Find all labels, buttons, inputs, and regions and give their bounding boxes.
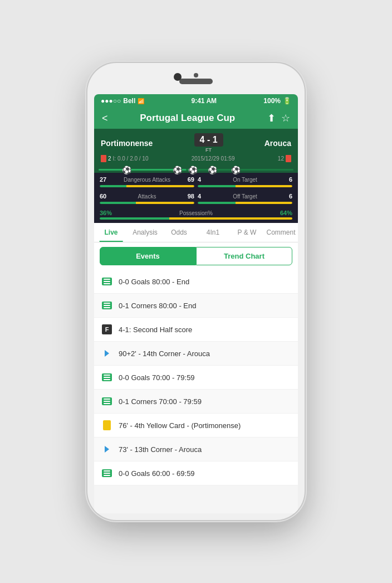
tab-analysis[interactable]: Analysis: [128, 223, 162, 242]
off-target-left: 4: [198, 193, 213, 200]
events-list: 0-0 Goals 80:00 - End 0-1 Corners 80:00 …: [94, 270, 298, 513]
home-team: Portimonense: [101, 139, 153, 148]
dangerous-attacks-label: Dangerous Attacks: [115, 177, 179, 183]
list-item: 0-1 Corners 70:00 - 79:59: [94, 390, 298, 414]
back-button[interactable]: <: [102, 113, 108, 124]
tab-bar: Live Analysis Odds 4In1 P & W Comment: [94, 223, 298, 242]
on-target-left: 4: [198, 176, 213, 183]
event-text: 4-1: Second Half score: [119, 325, 192, 334]
event-marker-4: ⚽: [208, 166, 217, 174]
event-marker-5: ⚽: [231, 166, 241, 174]
off-target-bar: [198, 202, 292, 204]
possession-right-pct: 64%: [280, 210, 292, 216]
event-text: 0-1 Corners 80:00 - End: [119, 302, 196, 310]
event-icon-flag: [101, 443, 113, 455]
event-icon-list: [101, 299, 113, 312]
list-icon: [102, 278, 112, 285]
screen: ●●●○○ Bell 📶 9:41 AM 100% 🔋 < Portugal L…: [94, 94, 298, 513]
list-item: 0-0 Goals 80:00 - End: [94, 270, 298, 294]
list-icon: [102, 469, 112, 477]
event-marker-1: ⚽: [122, 166, 131, 174]
battery-icon: 🔋: [283, 97, 291, 105]
attacks-label: Attacks: [115, 193, 179, 200]
home-odds-meta: I: 0.0 / 2.0 / 10: [113, 156, 149, 162]
event-marker-3: ⚽: [188, 166, 198, 174]
list-item: 0-0 Goals 60:00 - 69:59: [94, 461, 298, 485]
event-icon-list: [101, 371, 113, 383]
possession-bar: [100, 217, 292, 220]
time: 9:41 AM: [191, 97, 217, 105]
page-title: Portugal League Cup: [108, 113, 267, 124]
stat-row-offtarget: 4 Off Target 6: [198, 193, 292, 200]
away-team: Arouca: [264, 139, 291, 148]
event-marker-2: ⚽: [173, 166, 182, 174]
away-red-card-icon: [286, 155, 291, 162]
list-item: 0-1 Corners 80:00 - End: [94, 294, 298, 318]
event-icon-list: [101, 395, 113, 407]
event-icon-list: [101, 467, 113, 479]
home-cards: 2: [108, 156, 111, 162]
event-icon-flag: [101, 347, 113, 359]
match-date: 2015/12/29 01:59: [192, 156, 235, 162]
event-text: 76' - 4th Yellow Card - (Portimonense): [119, 421, 241, 430]
on-target-label: On Target: [213, 177, 277, 183]
match-meta: 2 I: 0.0 / 2.0 / 10 2015/12/29 01:59 12: [101, 155, 291, 162]
flag-icon: [105, 350, 109, 357]
tab-odds[interactable]: Odds: [162, 223, 196, 242]
home-red-card-icon: [101, 155, 106, 162]
list-icon: [102, 373, 112, 381]
phone-frame: ●●●○○ Bell 📶 9:41 AM 100% 🔋 < Portugal L…: [87, 63, 305, 520]
tab-live[interactable]: Live: [94, 223, 128, 242]
on-target-bar: [198, 185, 292, 187]
teams-row: Portimonense 4 - 1 FT Arouca: [101, 133, 291, 153]
stat-row-dangerous: 27 Dangerous Attacks 69: [100, 176, 194, 183]
share-icon[interactable]: ⬆: [267, 112, 276, 124]
event-icon-list: [101, 275, 113, 288]
event-icon-yellow: [101, 419, 113, 431]
carrier: Bell: [123, 97, 135, 105]
tab-pw[interactable]: P & W: [230, 223, 264, 242]
dangerous-attacks-right: 69: [179, 176, 194, 183]
tab-4in1[interactable]: 4In1: [196, 223, 230, 242]
list-item: 76' - 4th Yellow Card - (Portimonense): [94, 414, 298, 438]
favorite-icon[interactable]: ☆: [281, 112, 290, 124]
dangerous-attacks-bar: [100, 185, 194, 187]
tab-comment[interactable]: Comment: [264, 223, 298, 242]
match-status: FT: [194, 147, 223, 153]
stat-row-ontarget: 4 On Target 6: [198, 176, 292, 183]
status-bar: ●●●○○ Bell 📶 9:41 AM 100% 🔋: [94, 94, 298, 108]
trend-chart-toggle-btn[interactable]: Trend Chart: [196, 247, 292, 265]
black-box-icon: F: [102, 324, 112, 334]
header-actions: ⬆ ☆: [267, 112, 290, 124]
stat-row-attacks: 60 Attacks 98: [100, 193, 194, 200]
score-box: 4 - 1: [194, 133, 223, 147]
yellow-card-icon: [103, 420, 111, 430]
events-toggle: Events Trend Chart: [94, 242, 298, 270]
list-icon: [102, 302, 112, 309]
possession-left-pct: 36%: [100, 210, 112, 216]
event-text: 0-1 Corners 70:00 - 79:59: [119, 397, 202, 406]
event-icon-black: F: [101, 323, 113, 336]
events-timeline: ⚽ ⚽ ⚽ ⚽ ⚽: [94, 167, 298, 173]
app-header: < Portugal League Cup ⬆ ☆: [94, 108, 298, 129]
match-info: Portimonense 4 - 1 FT Arouca 2 I: 0.0 / …: [94, 129, 298, 167]
wifi-icon: 📶: [138, 98, 144, 104]
list-item: 0-0 Goals 70:00 - 79:59: [94, 366, 298, 390]
possession-row: 36% Possession% 64%: [100, 210, 292, 216]
status-right: 100% 🔋: [263, 97, 291, 105]
possession-label: Possession%: [112, 210, 280, 216]
attacks-bar: [100, 202, 194, 204]
attacks-right: 98: [179, 193, 194, 200]
event-text: 73' - 13th Corner - Arouca: [119, 445, 202, 454]
away-cards: 12: [278, 156, 284, 162]
attacks-left: 60: [100, 193, 115, 200]
event-text: 0-0 Goals 60:00 - 69:59: [119, 469, 195, 478]
event-text: 90+2' - 14th Corner - Arouca: [119, 349, 210, 358]
list-item: 73' - 13th Corner - Arouca: [94, 438, 298, 461]
event-text: 0-0 Goals 80:00 - End: [119, 278, 189, 286]
flag-icon: [105, 446, 109, 453]
dangerous-attacks-left: 27: [100, 176, 115, 183]
events-toggle-btn[interactable]: Events: [100, 247, 196, 265]
battery-pct: 100%: [263, 97, 281, 105]
off-target-right: 6: [277, 193, 292, 200]
